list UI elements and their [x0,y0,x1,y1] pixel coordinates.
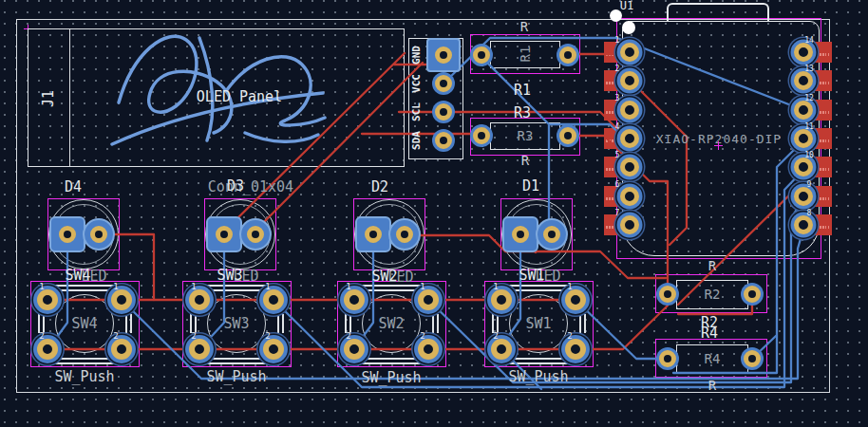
u1-hole-9[interactable] [794,187,813,206]
j1-pad-2[interactable] [435,75,452,92]
u1-hole-5[interactable] [620,158,639,176]
sw2-pad-2b[interactable] [418,339,439,360]
r2-pad-1[interactable] [659,286,676,303]
d4-ref-label[interactable]: D4 [65,180,82,195]
sw2-pad-1a[interactable] [344,289,365,310]
u1-hole-8[interactable] [794,215,813,234]
j1-value-label[interactable]: OLED Panel [197,90,282,104]
r2-pad-2[interactable] [744,286,761,303]
r4-pad-2[interactable] [744,350,761,367]
d2-ref-label[interactable]: D2 [371,180,388,195]
u1-pin-number: 6 [615,181,620,189]
u1-value-label[interactable]: XIAO-RP2040-DIP [656,133,782,145]
pin-function-text [814,226,829,229]
sw2-value-label[interactable]: SW_Push [361,371,421,385]
pin-function-text [606,139,618,142]
u1-hole-13[interactable] [794,71,813,90]
sw2-fab-label: SW2 [378,317,404,331]
r1-pad-2[interactable] [559,46,576,64]
sw4-pad-1a[interactable] [37,289,58,310]
sw1-pad-1a[interactable] [491,289,512,310]
sw1-value-label[interactable]: SW_Push [508,370,568,384]
pin-function-text [606,53,618,56]
sw1-pad-2b[interactable] [565,339,586,360]
sw2-ref-label[interactable]: SW2 [371,269,397,284]
u1-hole-10[interactable] [794,158,813,176]
pin-function-text [814,197,829,200]
j1-ref-label[interactable]: J1 [42,90,56,107]
pcb-editor-canvas[interactable]: J1 OLED Panel GND VCC SCL SDA R R1 R1 R3… [0,0,868,427]
d1-ref-label[interactable]: D1 [522,179,539,194]
pin-function-text [814,53,829,56]
sw4-pad-2b[interactable] [111,339,132,360]
j1-footprint-label[interactable]: Conn_01x04 [208,180,293,195]
r3-pad-1[interactable] [473,127,490,144]
j1-pad-3[interactable] [435,103,452,121]
sw1-pin-number: 1 [567,283,572,291]
u1-pin-number: 5 [615,152,620,159]
pin-label-sda[interactable]: SDA [411,131,422,150]
r1-ref-label[interactable]: R1 [514,84,531,98]
u1-hole-6[interactable] [620,187,639,206]
u1-hole-7[interactable] [620,215,639,234]
u1-pin-number: 14 [804,37,814,45]
sw4-pad-1b[interactable] [111,289,132,310]
sw3-pin-number: 2 [191,332,196,341]
u1-hole-11[interactable] [794,129,813,148]
u1-ref-label[interactable]: U1 [620,0,633,11]
d2-hole-anode [396,226,413,243]
sw2-pin-number: 1 [346,283,350,291]
sw2-pin-number: 2 [420,332,425,341]
pin-function-text [814,139,829,142]
u1-hole-12[interactable] [794,101,813,120]
sw3-pad-2b[interactable] [263,339,284,360]
d3-ref-label[interactable]: D3 [227,179,244,194]
sw3-pad-1a[interactable] [189,289,210,310]
sw1-pad-1b[interactable] [565,289,586,310]
j1-pad-4[interactable] [435,132,452,149]
u1-pin-number: 3 [615,95,620,102]
sw3-pin-number: 1 [265,283,270,291]
sw1-pad-2a[interactable] [491,339,512,360]
pin-label-gnd[interactable]: GND [411,46,422,65]
r3-value-label[interactable]: R [521,154,529,167]
sw1-pin-number: 2 [493,332,498,341]
sw1-ref-label[interactable]: SW1 [519,269,544,283]
sw3-pad-1b[interactable] [263,289,284,310]
sw4-pin-number: 1 [39,283,44,291]
u1-hole-14[interactable] [794,43,813,62]
sw4-pad-2a[interactable] [37,339,58,360]
r3-fab-label: R3 [518,129,534,142]
sw2-pin-number: 2 [346,332,350,341]
sw2-pad-1b[interactable] [418,289,439,310]
r4-value-label[interactable]: R [708,379,716,392]
d3-hole-anode [247,226,264,243]
r2-value-label[interactable]: R [708,259,716,272]
sw2-pad-2a[interactable] [344,339,365,360]
sw3-value-label[interactable]: SW_Push [206,370,266,384]
u1-pin-number: 1 [615,37,620,45]
r3-ref-label[interactable]: R3 [514,106,531,121]
r1-value-label[interactable]: R [520,20,528,33]
d1-hole-cathode [512,226,529,243]
u1-hole-3[interactable] [620,101,639,120]
sw4-fab-label: SW4 [71,317,97,331]
r1-pad-1[interactable] [473,46,490,64]
pin-label-scl[interactable]: SCL [411,102,422,121]
u1-hole-1[interactable] [620,43,639,62]
sw1-pin-number: 2 [567,332,572,341]
u1-pin-number: 4 [615,123,620,131]
u1-hole-2[interactable] [620,71,639,90]
sw4-value-label[interactable]: SW_Push [54,370,114,384]
sw3-ref-label[interactable]: SW3 [217,269,242,283]
r3-pad-2[interactable] [559,127,576,144]
sw4-ref-label[interactable]: SW4 [65,269,90,283]
u1-anchor-mark [718,141,719,150]
pin-label-vcc[interactable]: VCC [411,74,422,93]
u1-hole-4[interactable] [620,129,639,148]
r4-ref-label[interactable]: R4 [701,326,718,341]
r4-pad-1[interactable] [659,350,676,367]
r1-fab-label: R1 [519,46,532,63]
sw3-pad-2a[interactable] [189,339,210,360]
d4-hole-anode [90,226,107,243]
